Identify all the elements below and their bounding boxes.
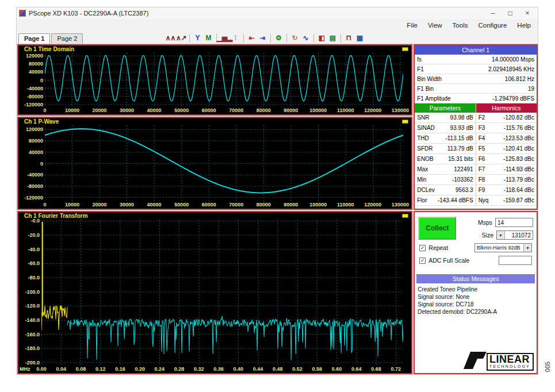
x-tick-label: 0.48 bbox=[273, 366, 283, 372]
lt-logo-mark bbox=[462, 350, 488, 371]
x-tick-label: 90000 bbox=[284, 202, 298, 207]
status-line: Detected demobd: DC2290A-A bbox=[418, 308, 534, 316]
row-label: F7 bbox=[479, 166, 485, 172]
y-tick-label: -120000 bbox=[24, 102, 43, 107]
figure-number: 005 bbox=[544, 362, 551, 372]
row-label: Min bbox=[417, 176, 426, 183]
x-tick-label: 40000 bbox=[147, 202, 162, 207]
y-tick-label: 40000 bbox=[29, 149, 43, 155]
x-tick-label: 60000 bbox=[202, 202, 216, 207]
row-label: Flor bbox=[417, 197, 427, 203]
import-samples-icon[interactable]: ⇤ bbox=[246, 33, 257, 43]
toolbar-separator bbox=[243, 34, 244, 43]
table-row: SNR93.98 dB bbox=[415, 113, 475, 123]
window-type-select[interactable]: Blkmn-Harris 92dB ▼ bbox=[474, 243, 532, 252]
row-value: 9563.3 bbox=[456, 187, 473, 193]
x-tick-label: 130000 bbox=[392, 202, 409, 207]
row-label: fs bbox=[417, 56, 422, 63]
x-tick-label: 0.00 bbox=[36, 366, 47, 372]
channel-panel-header: Channel 1 bbox=[415, 45, 537, 55]
table-row: F3-115.76 dBc bbox=[476, 123, 537, 133]
spectrum-area[interactable] bbox=[41, 220, 403, 366]
row-value: -113.79 dBc bbox=[504, 176, 534, 183]
close-button[interactable]: × bbox=[519, 8, 535, 18]
row-label: F5 bbox=[479, 145, 485, 152]
cursor-tool-icon[interactable]: ⁞ bbox=[230, 33, 241, 43]
adc-full-scale-checkbox[interactable]: ✓ bbox=[419, 258, 426, 264]
x-axis-labels: 0100002000030000400005000060000700008000… bbox=[45, 202, 403, 209]
time-domain-plot: Ch 1 Time Domain 12000080000400000-40000… bbox=[17, 44, 412, 116]
report-icon[interactable]: ▤ bbox=[327, 33, 338, 43]
zoom-x-icon[interactable]: ∧∧ bbox=[165, 33, 176, 43]
y-scale-icon[interactable]: Y bbox=[192, 33, 203, 43]
table-row: F4-123.53 dBc bbox=[476, 133, 537, 144]
x-tick-label: 0.32 bbox=[194, 366, 204, 372]
size-select[interactable]: ▼ 131072 bbox=[496, 230, 533, 240]
x-axis-unit-label: MHz bbox=[20, 366, 30, 372]
waveform-area[interactable] bbox=[45, 125, 403, 202]
y-tick-label: -100.0 bbox=[25, 289, 40, 295]
table-row: Bin Width106.812 Hz bbox=[415, 74, 537, 84]
adc-full-scale-input[interactable] bbox=[499, 256, 532, 265]
y-tick-label: -40.0 bbox=[28, 247, 40, 252]
y-tick-label: 40000 bbox=[29, 69, 43, 75]
table-row: THD-113.15 dB bbox=[415, 133, 475, 144]
menu-configure[interactable]: Configure bbox=[478, 22, 507, 29]
row-value: 113.79 dB bbox=[447, 145, 473, 152]
menu-help[interactable]: Help bbox=[517, 22, 531, 29]
tab-page-2[interactable]: Page 2 bbox=[51, 33, 83, 44]
maximize-button[interactable]: □ bbox=[502, 8, 518, 18]
plot-title: Ch 1 Time Domain bbox=[18, 45, 411, 53]
row-label: SINAD bbox=[417, 125, 435, 131]
row-value: 122491 bbox=[454, 166, 473, 172]
msps-input[interactable] bbox=[495, 218, 533, 227]
histogram-icon[interactable]: ▁▅▂ bbox=[219, 33, 230, 43]
status-header: Status Messages bbox=[416, 274, 535, 283]
x-tick-label: 0.36 bbox=[213, 366, 224, 372]
channel-info-table: fs14.000000 MspsF12.029418945 KHzBin Wid… bbox=[415, 55, 537, 103]
row-value: -115.76 dBc bbox=[504, 125, 534, 131]
row-value: 2.029418945 KHz bbox=[488, 66, 534, 72]
resync-icon[interactable]: ↻ bbox=[289, 33, 300, 43]
x-tick-label: 0.72 bbox=[391, 366, 401, 372]
size-value: 131072 bbox=[505, 232, 533, 239]
snapshot-icon[interactable]: ▦ bbox=[354, 33, 365, 43]
chevron-down-icon[interactable]: ▼ bbox=[497, 231, 505, 239]
menu-view[interactable]: View bbox=[428, 22, 442, 29]
collect-button[interactable]: Collect bbox=[418, 217, 456, 240]
brand-text: LINEAR TECHNOLOGY bbox=[487, 353, 534, 371]
adc-full-scale-row: ✓ ADC Full Scale bbox=[415, 253, 537, 266]
status-line: Signal source: DC718 bbox=[418, 301, 534, 308]
x-tick-label: 0.40 bbox=[234, 366, 244, 372]
pulse-view-icon[interactable]: ⊓ bbox=[343, 33, 354, 43]
menu-tools[interactable]: Tools bbox=[453, 22, 468, 29]
y-tick-label: -140.0 bbox=[25, 317, 40, 323]
row-label: F3 bbox=[479, 125, 485, 131]
average-icon[interactable]: M bbox=[203, 33, 214, 43]
toolbar-separator bbox=[189, 34, 190, 43]
toolbar-separator bbox=[270, 34, 271, 43]
linear-technology-logo: LINEAR TECHNOLOGY bbox=[462, 350, 537, 373]
export-samples-icon[interactable]: ⇥ bbox=[257, 33, 268, 43]
row-value: 14.000000 Msps bbox=[492, 56, 534, 63]
filter-icon[interactable]: ∿ bbox=[300, 33, 311, 43]
x-tick-label: 0.04 bbox=[56, 366, 66, 372]
row-label: THD bbox=[417, 135, 429, 141]
x-tick-label: 50000 bbox=[174, 202, 189, 207]
waveform-area[interactable] bbox=[45, 53, 403, 107]
row-value: 93.98 dB bbox=[450, 114, 473, 121]
figure: PScope XD K103 - DC2290A-A (LTC2387) – □… bbox=[0, 0, 555, 392]
minimize-button[interactable]: – bbox=[485, 8, 501, 18]
x-tick-label: 50000 bbox=[174, 107, 189, 113]
chevron-down-icon[interactable]: ▼ bbox=[523, 244, 531, 252]
table-row: F5-120.41 dBc bbox=[476, 144, 537, 154]
menu-file[interactable]: File bbox=[407, 22, 418, 29]
x-tick-label: 10000 bbox=[65, 107, 79, 113]
tab-page-1[interactable]: Page 1 bbox=[18, 33, 50, 44]
zoom-y-icon[interactable]: ∧↗ bbox=[176, 33, 187, 43]
repeat-checkbox[interactable]: ✓ bbox=[419, 245, 426, 251]
tools-wrench-icon[interactable]: ⚙ bbox=[273, 33, 284, 43]
y-axis-labels: 12000080000400000-40000-80000-120000 bbox=[18, 53, 45, 107]
device-config-icon[interactable]: ◧ bbox=[316, 33, 327, 43]
row-value: -113.15 dB bbox=[445, 135, 473, 141]
